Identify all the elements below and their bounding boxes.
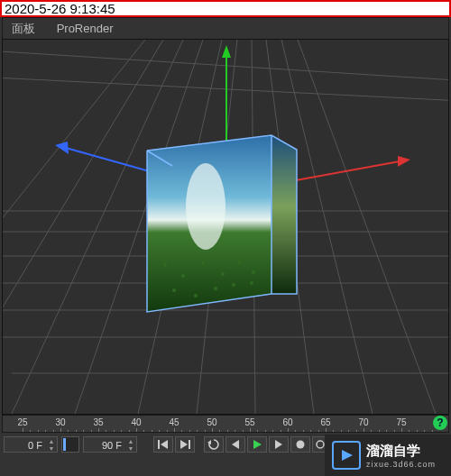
svg-rect-42 [158,440,160,449]
svg-point-30 [201,261,205,265]
help-icon[interactable]: ? [433,416,447,430]
tick-mark [401,428,402,432]
svg-marker-49 [275,440,282,449]
menu-panel[interactable]: 面板 [3,18,44,40]
tick-mark [23,428,23,432]
tick-mark [288,428,289,432]
svg-point-36 [214,287,217,290]
play-back-button[interactable] [226,436,245,453]
svg-point-28 [163,263,167,267]
menu-prorender[interactable]: ProRender [48,18,123,40]
viewport-canvas [3,40,449,414]
svg-point-51 [317,441,324,448]
textured-cube [147,135,297,312]
svg-marker-24 [55,142,69,154]
current-frame-value: 90 F [86,437,122,453]
watermark-url: zixue.3d66.com [366,460,436,469]
svg-rect-45 [189,440,190,449]
tick-mark [326,428,327,432]
svg-point-37 [232,283,235,287]
start-frame-value: 0 F [6,437,42,453]
play-forward-button[interactable] [269,436,289,453]
start-frame-field[interactable]: 0 F ▲▼ [4,436,58,453]
svg-point-33 [252,270,255,274]
svg-point-32 [237,261,241,264]
stepper-icon[interactable]: ▲▼ [46,437,57,452]
svg-marker-48 [253,440,262,449]
tick-label: 50 [201,417,223,427]
svg-marker-26 [272,135,297,294]
watermark-logo-icon [332,441,361,470]
tick-label: 70 [353,417,374,427]
tick-label: 40 [125,417,147,427]
svg-point-38 [250,281,253,285]
record-button[interactable] [290,436,310,453]
svg-marker-47 [232,440,239,449]
goto-last-button[interactable] [175,436,195,453]
tick-mark [212,428,213,432]
svg-point-34 [172,288,176,292]
tick-label: 25 [12,417,33,427]
tick-label: 45 [163,417,185,427]
svg-point-29 [181,274,185,278]
timeline-ruler[interactable]: 2530354045505560657075 [2,415,449,433]
svg-marker-44 [180,440,188,449]
goto-first-button[interactable] [153,436,173,453]
tick-mark [60,428,61,432]
watermark-brand: 溜溜自学 [366,443,436,460]
tick-label: 30 [50,417,71,427]
tick-mark [174,428,175,432]
menu-bar: 面板 ProRender [2,17,449,40]
svg-line-18 [3,40,145,274]
tick-label: 35 [87,417,109,427]
svg-marker-22 [398,156,410,167]
timestamp-text: 2020-5-26 9:13:45 [5,1,115,16]
svg-point-39 [186,163,226,250]
svg-marker-20 [222,45,231,58]
svg-point-50 [297,441,305,449]
tick-label: 60 [277,417,299,427]
svg-marker-43 [161,440,168,449]
svg-marker-53 [342,450,353,461]
tick-mark [250,428,251,432]
tick-mark [364,428,364,432]
svg-point-35 [194,294,198,298]
timestamp-banner: 2020-5-26 9:13:45 [0,0,451,17]
watermark: 溜溜自学 zixue.3d66.com [325,435,451,476]
svg-point-31 [221,272,225,276]
stepper-icon[interactable]: ▲▼ [125,437,136,452]
loop-button[interactable] [204,436,224,453]
perspective-viewport[interactable] [2,39,449,415]
current-frame-field[interactable]: 90 F ▲▼ [83,436,137,453]
tick-label: 55 [239,417,261,427]
tick-label: 75 [391,417,412,427]
tick-mark [136,428,137,432]
play-button[interactable] [247,436,267,453]
scrub-mini[interactable] [61,436,79,453]
tick-label: 65 [315,417,336,427]
tick-mark [98,428,99,432]
